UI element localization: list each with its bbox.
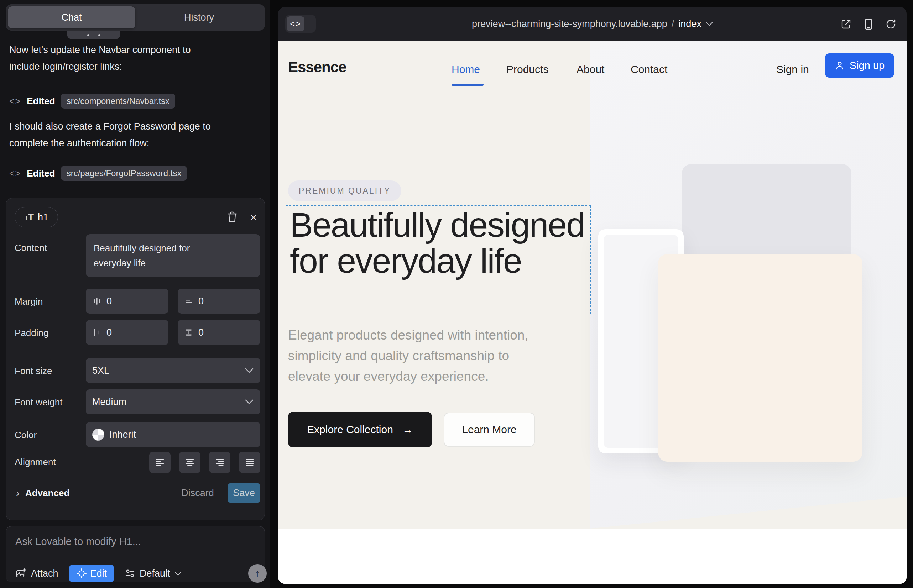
attach-image-icon — [15, 568, 27, 579]
content-label: Content — [15, 242, 47, 254]
font-size-label: Font size — [15, 365, 52, 376]
premium-quality-badge: PREMIUM QUALITY — [288, 181, 401, 201]
nav-link-contact[interactable]: Contact — [631, 63, 667, 76]
preview-window: <> preview--charming-site-symphony.lovab… — [278, 7, 907, 584]
advanced-toggle[interactable]: › Advanced — [16, 483, 70, 503]
selected-element-pill: TT h1 — [15, 207, 58, 228]
nav-link-products[interactable]: Products — [506, 63, 548, 76]
file-chip[interactable]: src/components/Navbar.tsx — [61, 94, 175, 108]
sign-in-link[interactable]: Sign in — [776, 63, 809, 76]
padding-vertical-icon — [184, 328, 193, 337]
tab-history[interactable]: History — [135, 6, 263, 29]
file-chip[interactable]: src/pages/ForgotPassword.tsx — [61, 166, 187, 181]
url-separator: / — [672, 18, 674, 29]
attach-label: Attach — [31, 568, 58, 579]
chevron-down-icon — [175, 571, 181, 576]
margin-horizontal-input[interactable]: 0 — [86, 289, 168, 313]
truncated-badge — [67, 31, 120, 39]
open-external-icon[interactable] — [840, 18, 852, 30]
edited-label: Edited — [27, 96, 55, 107]
tab-chat[interactable]: Chat — [8, 6, 135, 29]
composer-toolbar: Attach Edit Default — [15, 564, 181, 583]
mobile-view-icon[interactable] — [864, 18, 873, 30]
padding-horizontal-input[interactable]: 0 — [86, 320, 168, 345]
nav-link-about[interactable]: About — [576, 63, 604, 76]
hero-heading[interactable]: Beautifully designed for everyday life — [290, 207, 589, 279]
chat-history-tabbar: Chat History — [6, 4, 265, 31]
margin-label: Margin — [15, 296, 43, 307]
typography-icon: TT — [24, 212, 34, 223]
edit-label: Edit — [91, 568, 107, 579]
align-justify-icon — [244, 456, 256, 468]
font-weight-select[interactable]: Medium — [86, 389, 260, 414]
color-label: Color — [15, 430, 37, 441]
edit-mode-button[interactable]: Edit — [69, 564, 114, 582]
save-button[interactable]: Save — [228, 483, 260, 503]
learn-more-button[interactable]: Learn More — [444, 412, 535, 447]
discard-button[interactable]: Discard — [176, 483, 219, 503]
font-size-value: 5XL — [92, 365, 109, 376]
nav-link-home[interactable]: Home — [452, 63, 480, 76]
chevron-down-icon — [244, 368, 254, 373]
element-editor-panel: TT h1 × Content Beautifully designed for… — [6, 198, 265, 520]
margin-vertical-icon — [184, 297, 193, 306]
url-bar[interactable]: preview--charming-site-symphony.lovable.… — [278, 7, 907, 41]
align-center-icon — [184, 456, 196, 468]
section-below-hero — [278, 528, 907, 584]
default-mode-dropdown[interactable]: Default — [125, 568, 181, 579]
edited-file-row: <> Edited src/components/Navbar.tsx — [9, 93, 175, 109]
color-value: Inherit — [109, 429, 136, 440]
delete-element-button[interactable] — [224, 209, 240, 225]
code-icon: <> — [9, 96, 21, 107]
close-icon: × — [250, 211, 257, 223]
edited-label: Edited — [27, 168, 55, 179]
site-viewport: Essence Home Products About Contact Sign… — [278, 41, 907, 584]
browser-actions — [840, 7, 897, 41]
sliders-icon — [125, 568, 135, 579]
trash-icon — [227, 212, 238, 223]
color-input[interactable]: Inherit — [86, 422, 260, 447]
align-left-icon — [154, 456, 166, 468]
element-tag-label: h1 — [38, 212, 49, 223]
sign-up-label: Sign up — [850, 60, 884, 71]
selected-element-outline: Beautifully designed for everyday life — [286, 205, 591, 314]
align-left-button[interactable] — [149, 452, 170, 473]
crosshair-icon — [76, 568, 87, 579]
padding-horizontal-icon — [92, 328, 102, 337]
refresh-icon[interactable] — [885, 18, 897, 30]
chevron-down-icon — [706, 22, 713, 26]
arrow-up-icon: ↑ — [255, 567, 260, 580]
url-text: preview--charming-site-symphony.lovable.… — [472, 18, 667, 29]
align-right-button[interactable] — [209, 452, 230, 473]
content-input[interactable]: Beautifully designed for everyday life — [86, 234, 260, 277]
padding-vertical-input[interactable]: 0 — [178, 320, 260, 345]
close-panel-button[interactable]: × — [245, 209, 262, 225]
margin-vertical-input[interactable]: 0 — [178, 289, 260, 313]
chevron-down-icon — [244, 399, 254, 405]
send-button[interactable]: ↑ — [248, 564, 267, 583]
prompt-composer[interactable]: Ask Lovable to modify H1... Attach Edit — [6, 526, 265, 582]
nav-active-underline — [452, 84, 484, 86]
prompt-input[interactable]: Ask Lovable to modify H1... — [15, 536, 141, 548]
padding-x-value: 0 — [107, 327, 112, 338]
sign-up-button[interactable]: Sign up — [825, 53, 894, 78]
url-page: index — [678, 18, 701, 29]
assistant-message: Now let's update the Navbar component to… — [9, 42, 261, 75]
hero-paragraph: Elegant products designed with intention… — [288, 325, 584, 387]
margin-x-value: 0 — [107, 296, 112, 307]
explore-collection-button[interactable]: Explore Collection → — [288, 412, 432, 447]
chat-sidebar: Chat History Now let's update the Navbar… — [0, 0, 270, 588]
preview-browser-bar: <> preview--charming-site-symphony.lovab… — [278, 7, 907, 41]
site-logo[interactable]: Essence — [288, 59, 346, 76]
font-weight-label: Font weight — [15, 397, 62, 408]
margin-y-value: 0 — [198, 296, 204, 307]
user-icon — [835, 60, 845, 71]
alignment-label: Alignment — [15, 457, 56, 468]
decor-card-cream — [658, 254, 863, 462]
font-size-select[interactable]: 5XL — [86, 358, 260, 383]
assistant-message: I should also create a Forgot Password p… — [9, 118, 261, 152]
font-weight-value: Medium — [92, 396, 126, 407]
align-center-button[interactable] — [179, 452, 201, 473]
align-justify-button[interactable] — [239, 452, 260, 473]
attach-button[interactable]: Attach — [15, 568, 58, 579]
